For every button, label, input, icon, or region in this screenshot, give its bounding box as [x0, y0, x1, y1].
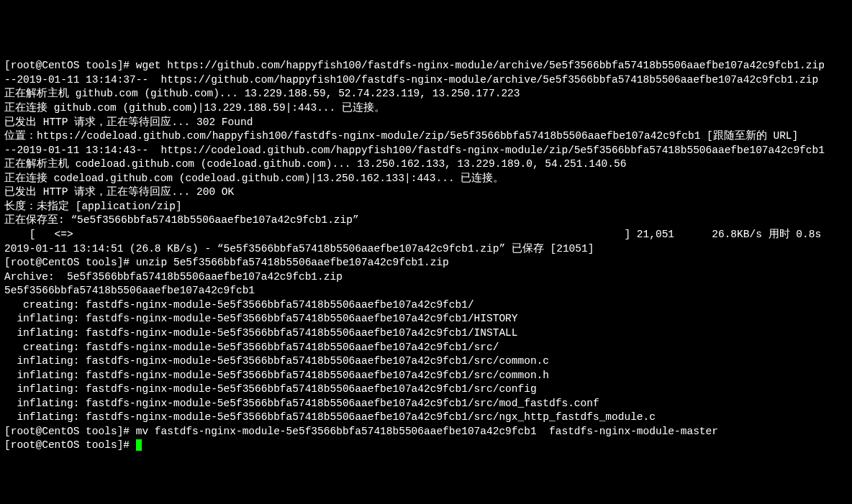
terminal-line: [root@CentOS tools]# wget https://github… — [4, 59, 848, 73]
terminal-line: inflating: fastdfs-nginx-module-5e5f3566… — [4, 354, 848, 369]
terminal-line: inflating: fastdfs-nginx-module-5e5f3566… — [4, 369, 848, 383]
terminal-output[interactable]: [root@CentOS tools]# wget https://github… — [4, 59, 848, 453]
terminal-line: 正在连接 codeload.github.com (codeload.githu… — [4, 172, 848, 186]
terminal-line: inflating: fastdfs-nginx-module-5e5f3566… — [4, 326, 848, 341]
terminal-line: Archive: 5e5f3566bbfa57418b5506aaefbe107… — [4, 270, 848, 285]
terminal-line: 正在连接 github.com (github.com)|13.229.188.… — [4, 101, 848, 116]
terminal-line: 位置：https://codeload.github.com/happyfish… — [4, 129, 848, 144]
terminal-line: inflating: fastdfs-nginx-module-5e5f3566… — [4, 397, 848, 411]
terminal-line: 已发出 HTTP 请求，正在等待回应... 302 Found — [4, 116, 848, 130]
terminal-line: [root@CentOS tools]# unzip 5e5f3566bbfa5… — [4, 256, 848, 270]
terminal-line: inflating: fastdfs-nginx-module-5e5f3566… — [4, 382, 848, 397]
terminal-line: 正在保存至: “5e5f3566bbfa57418b5506aaefbe107a… — [4, 214, 848, 228]
terminal-line: --2019-01-11 13:14:43-- https://codeload… — [4, 144, 848, 158]
terminal-line: 已发出 HTTP 请求，正在等待回应... 200 OK — [4, 185, 848, 200]
terminal-line: inflating: fastdfs-nginx-module-5e5f3566… — [4, 312, 848, 326]
terminal-line: inflating: fastdfs-nginx-module-5e5f3566… — [4, 411, 848, 425]
terminal-line: --2019-01-11 13:14:37-- https://github.c… — [4, 73, 848, 88]
terminal-line: 正在解析主机 github.com (github.com)... 13.229… — [4, 87, 848, 101]
terminal-line: [root@CentOS tools]# mv fastdfs-nginx-mo… — [4, 425, 848, 439]
terminal-line: 正在解析主机 codeload.github.com (codeload.git… — [4, 157, 848, 172]
terminal-line: [root@CentOS tools]# — [4, 439, 848, 453]
cursor-icon — [136, 439, 142, 451]
terminal-line: 2019-01-11 13:14:51 (26.8 KB/s) - “5e5f3… — [4, 242, 848, 257]
terminal-line: [ <=> ] 21,051 26.8KB/s 用时 0.8s — [4, 228, 848, 242]
terminal-line: 5e5f3566bbfa57418b5506aaefbe107a42c9fcb1 — [4, 284, 848, 298]
terminal-line: 长度：未指定 [application/zip] — [4, 200, 848, 214]
terminal-line: creating: fastdfs-nginx-module-5e5f3566b… — [4, 341, 848, 355]
terminal-line: creating: fastdfs-nginx-module-5e5f3566b… — [4, 298, 848, 313]
